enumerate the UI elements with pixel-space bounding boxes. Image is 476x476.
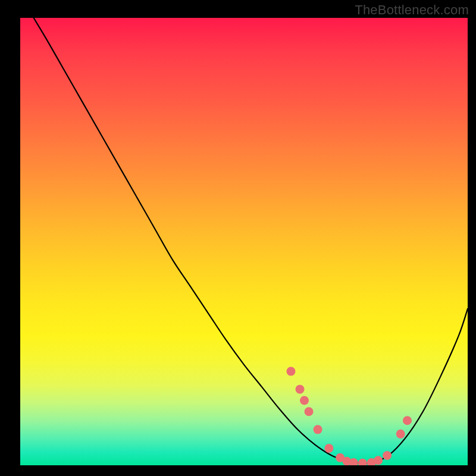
plot-area <box>20 18 468 465</box>
marker-dot <box>296 385 305 394</box>
watermark-text: TheBottleneck.com <box>355 2 469 18</box>
marker-dot <box>358 459 367 465</box>
curve-svg <box>20 18 468 465</box>
marker-dot <box>403 416 412 425</box>
marker-dot <box>374 456 383 465</box>
marker-group <box>286 367 412 465</box>
bottleneck-curve <box>34 18 468 464</box>
marker-dot <box>324 444 333 453</box>
marker-dot <box>305 407 314 416</box>
marker-dot <box>396 430 405 439</box>
marker-dot <box>300 396 309 405</box>
marker-dot <box>383 451 392 460</box>
chart-container: TheBottleneck.com <box>0 0 476 476</box>
marker-dot <box>286 367 295 376</box>
marker-dot <box>314 425 322 434</box>
